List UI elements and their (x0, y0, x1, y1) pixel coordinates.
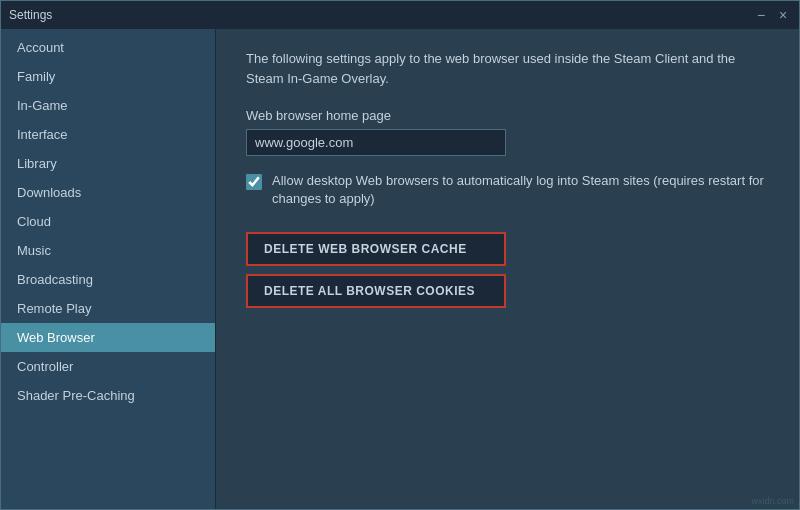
sidebar: Account Family In-Game Interface Library… (1, 29, 216, 509)
delete-cookies-button[interactable]: DELETE ALL BROWSER COOKIES (246, 274, 506, 308)
delete-cache-button[interactable]: DELETE WEB BROWSER CACHE (246, 232, 506, 266)
sidebar-item-interface[interactable]: Interface (1, 120, 215, 149)
sidebar-item-cloud[interactable]: Cloud (1, 207, 215, 236)
content-area: Account Family In-Game Interface Library… (1, 29, 799, 509)
checkbox-row: Allow desktop Web browsers to automatica… (246, 172, 769, 208)
minimize-button[interactable]: − (753, 8, 769, 22)
watermark: wxidn.com (751, 496, 794, 506)
sidebar-item-controller[interactable]: Controller (1, 352, 215, 381)
sidebar-item-broadcasting[interactable]: Broadcasting (1, 265, 215, 294)
window-title: Settings (9, 8, 52, 22)
description-text: The following settings apply to the web … (246, 49, 769, 88)
sidebar-item-library[interactable]: Library (1, 149, 215, 178)
sidebar-item-account[interactable]: Account (1, 33, 215, 62)
sidebar-item-music[interactable]: Music (1, 236, 215, 265)
sidebar-item-web-browser[interactable]: Web Browser (1, 323, 215, 352)
sidebar-item-downloads[interactable]: Downloads (1, 178, 215, 207)
sidebar-item-in-game[interactable]: In-Game (1, 91, 215, 120)
close-button[interactable]: × (775, 8, 791, 22)
settings-window: Settings − × Account Family In-Game Inte… (0, 0, 800, 510)
checkbox-label[interactable]: Allow desktop Web browsers to automatica… (272, 172, 769, 208)
sidebar-item-remote-play[interactable]: Remote Play (1, 294, 215, 323)
title-bar: Settings − × (1, 1, 799, 29)
auto-login-checkbox[interactable] (246, 174, 262, 190)
sidebar-item-family[interactable]: Family (1, 62, 215, 91)
checkbox-container (246, 174, 262, 193)
homepage-input[interactable] (246, 129, 506, 156)
sidebar-item-shader-pre-caching[interactable]: Shader Pre-Caching (1, 381, 215, 410)
main-content: The following settings apply to the web … (216, 29, 799, 509)
title-bar-controls: − × (753, 8, 791, 22)
homepage-label: Web browser home page (246, 108, 769, 123)
